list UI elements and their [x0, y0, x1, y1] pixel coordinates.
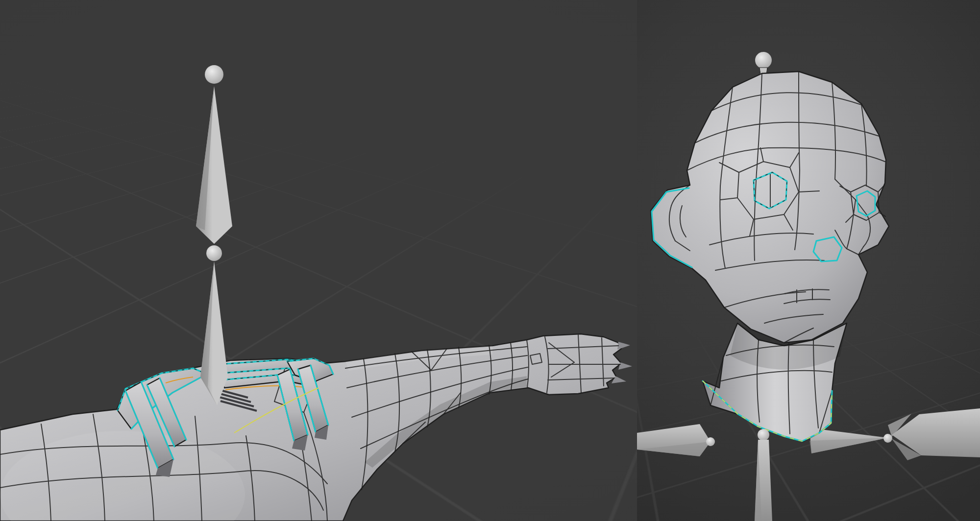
character-mesh-shoulder-arm[interactable]: [0, 334, 632, 521]
bone-upper[interactable]: [196, 86, 232, 244]
split-3d-viewport: [0, 0, 980, 521]
viewport-3d-shoulder[interactable]: [0, 0, 637, 521]
joint-sphere-left[interactable]: [706, 437, 715, 446]
viewport-3d-head[interactable]: [637, 0, 980, 521]
armature-joints-front[interactable]: [706, 429, 892, 521]
bone-tip-sphere[interactable]: [205, 65, 223, 84]
head-mesh[interactable]: [651, 71, 889, 343]
viewport-left-canvas: [0, 0, 637, 521]
joint-sphere-center[interactable]: [758, 429, 769, 441]
joint-sphere[interactable]: [206, 245, 222, 261]
head-tip-sphere[interactable]: [755, 52, 772, 69]
bone-lower[interactable]: [200, 261, 228, 405]
viewport-right-canvas: [637, 0, 980, 521]
armature-bone-chain[interactable]: [196, 65, 232, 405]
joint-sphere-right[interactable]: [883, 434, 892, 443]
neck-mesh[interactable]: [703, 323, 847, 442]
